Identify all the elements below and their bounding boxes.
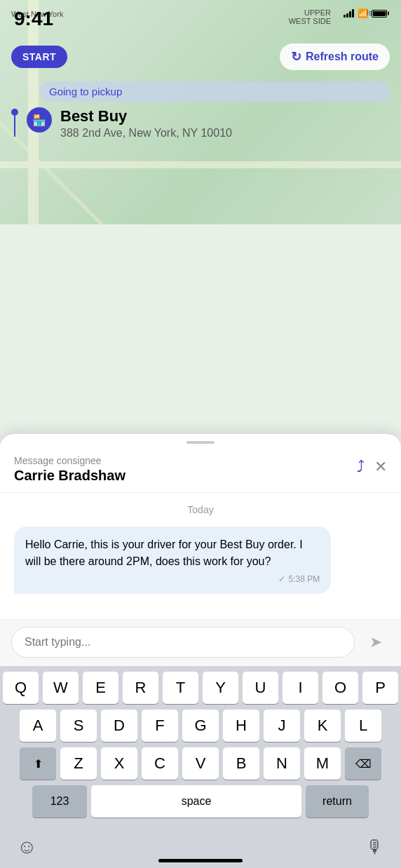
destination-icon: 🏪 xyxy=(27,107,52,133)
key-c[interactable]: C xyxy=(142,747,178,780)
signal-bar-3 xyxy=(349,11,351,18)
message-consignee-info: Message consignee Carrie Bradshaw xyxy=(14,455,125,484)
header-actions: ⤴ ✕ xyxy=(357,455,387,476)
key-h[interactable]: H xyxy=(223,710,259,742)
emoji-button[interactable]: ☺ xyxy=(17,836,37,858)
key-j[interactable]: J xyxy=(264,710,300,742)
keyboard-row-3: ⬆ Z X C V B N M ⌫ xyxy=(3,747,398,780)
route-dot-start xyxy=(11,109,18,116)
message-consignee-label: Message consignee xyxy=(14,455,125,466)
keyboard-row-4: 123 space return xyxy=(3,785,398,818)
home-indicator xyxy=(158,859,243,862)
key-f[interactable]: F xyxy=(142,710,178,742)
route-line-container xyxy=(11,107,18,137)
keyboard-row-2: A S D F G H J K L xyxy=(3,710,398,742)
key-b[interactable]: B xyxy=(223,747,259,780)
signal-bar-2 xyxy=(346,13,348,18)
refresh-route-label: Refresh route xyxy=(306,50,379,63)
keyboard-row-1: Q W E R T Y U I O P xyxy=(3,672,398,704)
key-d[interactable]: D xyxy=(101,710,137,742)
key-v[interactable]: V xyxy=(182,747,219,780)
key-l[interactable]: L xyxy=(345,710,381,742)
key-o[interactable]: O xyxy=(322,672,358,704)
status-right: 📶 xyxy=(344,8,387,18)
destination-text: Best Buy 388 2nd Ave, New York, NY 10010 xyxy=(60,107,390,140)
key-t[interactable]: T xyxy=(163,672,198,704)
key-r[interactable]: R xyxy=(123,672,158,704)
status-time: 9:41 xyxy=(14,8,53,30)
key-z[interactable]: Z xyxy=(60,747,97,780)
microphone-button[interactable]: 🎙 xyxy=(366,836,384,858)
battery-fill xyxy=(373,11,386,16)
key-i[interactable]: I xyxy=(283,672,318,704)
key-e[interactable]: E xyxy=(83,672,118,704)
signal-bar-1 xyxy=(344,15,346,18)
close-icon[interactable]: ✕ xyxy=(374,458,387,476)
wifi-icon: 📶 xyxy=(358,8,368,18)
message-bubble: Hello Carrie, this is your driver for yo… xyxy=(14,527,331,594)
key-a[interactable]: A xyxy=(20,710,56,742)
key-w[interactable]: W xyxy=(43,672,79,704)
status-left: 9:41 xyxy=(14,8,53,30)
key-m[interactable]: M xyxy=(304,747,341,780)
key-u[interactable]: U xyxy=(243,672,278,704)
bottom-sheet: Message consignee Carrie Bradshaw ⤴ ✕ To… xyxy=(0,434,401,868)
key-n[interactable]: N xyxy=(264,747,300,780)
message-header: Message consignee Carrie Bradshaw ⤴ ✕ xyxy=(0,444,401,493)
key-k[interactable]: K xyxy=(304,710,341,742)
key-s[interactable]: S xyxy=(60,710,97,742)
destination-row: 🏪 Best Buy 388 2nd Ave, New York, NY 100… xyxy=(11,107,390,140)
message-meta: ✓ 5:38 PM xyxy=(25,574,320,584)
key-x[interactable]: X xyxy=(101,747,137,780)
refresh-icon: ↻ xyxy=(291,49,301,65)
key-q[interactable]: Q xyxy=(3,672,39,704)
send-icon: ➤ xyxy=(369,633,382,651)
store-icon: 🏪 xyxy=(32,114,46,127)
input-area: ➤ xyxy=(0,619,401,666)
battery-icon xyxy=(372,10,387,18)
signal-bar-4 xyxy=(352,9,354,18)
chat-date: Today xyxy=(14,504,387,515)
message-text: Hello Carrie, this is your driver for yo… xyxy=(25,536,320,570)
message-checkmark-icon: ✓ xyxy=(278,574,285,584)
status-icons: 📶 xyxy=(344,8,387,18)
return-key[interactable]: return xyxy=(306,785,369,818)
key-y[interactable]: Y xyxy=(203,672,238,704)
top-action-bar: START ↻ Refresh route xyxy=(0,38,401,76)
route-info: Going to pickup 🏪 Best Buy 388 2nd Ave, … xyxy=(0,76,401,145)
key-p[interactable]: P xyxy=(362,672,398,704)
chat-area: Today Hello Carrie, this is your driver … xyxy=(0,493,401,619)
message-time: 5:38 PM xyxy=(288,574,320,584)
keyboard: Q W E R T Y U I O P A S D F G H J K L ⬆ … xyxy=(0,666,401,826)
route-line xyxy=(14,116,15,137)
external-link-icon[interactable]: ⤴ xyxy=(357,458,365,476)
message-consignee-name: Carrie Bradshaw xyxy=(14,468,125,484)
send-button[interactable]: ➤ xyxy=(362,628,390,656)
going-to-label: Going to pickup xyxy=(39,81,390,102)
space-key[interactable]: space xyxy=(91,785,301,818)
destination-name: Best Buy xyxy=(60,107,390,126)
numbers-key[interactable]: 123 xyxy=(32,785,87,818)
destination-address: 388 2nd Ave, New York, NY 10010 xyxy=(60,127,390,140)
signal-bars-icon xyxy=(344,9,354,18)
delete-key[interactable]: ⌫ xyxy=(345,747,381,780)
start-badge[interactable]: START xyxy=(11,46,67,68)
message-input[interactable] xyxy=(11,627,355,658)
shift-key[interactable]: ⬆ xyxy=(20,747,56,780)
refresh-route-button[interactable]: ↻ Refresh route xyxy=(280,43,390,70)
status-bar: 9:41 📶 xyxy=(0,0,401,38)
key-g[interactable]: G xyxy=(182,710,219,742)
